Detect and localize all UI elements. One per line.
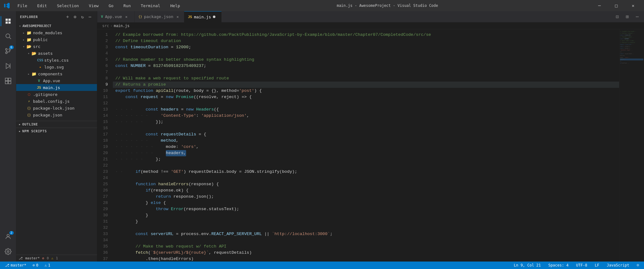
cursor-position[interactable]: Ln 9, Col 21 [512, 262, 542, 269]
menu-go[interactable]: Go [106, 2, 116, 9]
ln-37: 37 [97, 256, 110, 262]
tree-babel-config[interactable]: ⚡ babel.config.js [16, 98, 97, 105]
tab-close-app-vue[interactable]: ✕ [124, 14, 129, 19]
code-token: , [196, 144, 199, 150]
line-numbers: 1 2 3 4 5 6 7 8 9 10 11 12 13 14 15 16 1… [97, 29, 113, 262]
styles-css-label: styles.css [44, 58, 69, 63]
code-token: .then(handleErrors) [115, 256, 194, 262]
code-line-2: // Define timeout duration [113, 38, 619, 44]
tree-components[interactable]: ▸ 📁 components [16, 70, 97, 77]
css-file-icon: CSS [37, 58, 43, 62]
project-root[interactable]: ▾ AWESOMEPROJECT [16, 22, 97, 29]
code-line-3: const timeoutDuration = 12000; [113, 44, 619, 50]
tab-app-vue[interactable]: V App.vue ✕ [97, 11, 135, 22]
split-editor-button[interactable]: ⊡ [613, 12, 622, 21]
tree-logo-svg[interactable]: ✦ logo.svg [16, 64, 97, 70]
errors-status[interactable]: ⊘ 0 [31, 262, 40, 269]
menu-help[interactable]: Help [168, 2, 182, 9]
ln-19: 19 [97, 144, 110, 150]
code-line-1: // Example borrowed from: https://github… [113, 32, 619, 38]
tab-package-json[interactable]: {} package.json ✕ [135, 11, 184, 22]
more-actions-button[interactable]: ⋯ [633, 12, 642, 21]
code-token: handleErrors [158, 181, 189, 187]
code-token: function [133, 88, 153, 94]
logo-svg-label: logo.svg [44, 65, 64, 69]
status-bar: ⎇ master* ⊘ 0 ⚠ 1 Ln 9, Col 21 Spaces: 4… [0, 262, 644, 269]
feedback-icon[interactable]: ☺ [636, 262, 640, 269]
ln-20: 20 [97, 150, 110, 156]
encoding[interactable]: UTF-8 [575, 262, 589, 269]
breadcrumb-file[interactable]: main.js [114, 24, 130, 28]
ln-4: 4 [97, 50, 110, 57]
sidebar-warning-icon: ⚠ [51, 256, 54, 260]
sidebar-branch[interactable]: master* [25, 256, 40, 260]
code-token [194, 106, 196, 113]
code-token [115, 187, 146, 194]
maximize-button[interactable]: □ [609, 0, 623, 11]
tree-main-js[interactable]: JS main.js [16, 84, 97, 91]
line-ending[interactable]: LF [594, 262, 600, 269]
svg-point-0 [6, 34, 10, 38]
menu-view[interactable]: View [86, 2, 101, 9]
collapse-button[interactable]: ⋯ [87, 14, 93, 20]
code-token: (response) { [189, 181, 219, 187]
tree-src[interactable]: ▾ 📂 src [16, 43, 97, 50]
code-token: method [161, 138, 176, 144]
tree-public[interactable]: ▸ 📁 public [16, 36, 97, 43]
refresh-button[interactable]: ↻ [79, 14, 86, 20]
activity-explorer[interactable] [1, 14, 16, 29]
code-token: headers, [166, 150, 186, 156]
tree-styles-css[interactable]: CSS styles.css [16, 57, 97, 64]
ln-5: 5 [97, 57, 110, 63]
menu-file[interactable]: File [15, 2, 30, 9]
menu-terminal[interactable]: Terminal [138, 2, 163, 9]
menu-run[interactable]: Run [121, 2, 133, 9]
breadcrumb-src[interactable]: src [102, 24, 109, 28]
close-button[interactable]: ✕ [626, 0, 640, 11]
new-folder-button[interactable]: ⊕ [72, 14, 78, 20]
code-token: const [125, 94, 138, 100]
new-file-button[interactable]: + [65, 14, 71, 20]
tree-package-json[interactable]: {} package.json [16, 111, 97, 118]
activity-settings[interactable] [1, 244, 16, 259]
status-right: Ln 9, Col 21 Spaces: 4 UTF-8 LF JavaScri… [512, 262, 640, 269]
package-json-label: package.json [33, 113, 62, 117]
tree-app-vue[interactable]: V App.vue [16, 77, 97, 84]
warnings-status[interactable]: ⚠ 1 [43, 262, 51, 269]
activity-run[interactable] [1, 59, 16, 73]
tab-close-package-json[interactable]: ✕ [175, 14, 180, 19]
minimize-button[interactable]: ─ [592, 0, 607, 11]
tree-node-modules[interactable]: ▸ 📁 node_modules [16, 29, 97, 36]
code-line-37: .then(handleErrors) [113, 256, 619, 262]
code-token: ) { [254, 88, 262, 94]
activity-extensions[interactable] [1, 73, 16, 88]
tree-package-lock[interactable]: {} package-lock.json [16, 105, 97, 111]
activity-accounts[interactable]: 2 [1, 229, 16, 244]
git-branch-status[interactable]: ⎇ master* [4, 262, 28, 269]
activity-source-control[interactable]: 6 [1, 44, 16, 59]
code-token: · · · · [115, 131, 136, 138]
outline-header[interactable]: ▸ OUTLINE [16, 121, 97, 128]
code-token: // Define timeout duration [115, 38, 181, 44]
menu-selection[interactable]: Selection [55, 2, 81, 9]
code-container: 1 2 3 4 5 6 7 8 9 10 11 12 13 14 15 16 1… [97, 29, 644, 262]
ln-1: 1 [97, 32, 110, 38]
activity-search[interactable] [1, 29, 16, 44]
code-token [131, 88, 133, 94]
code-token [115, 206, 156, 212]
file-tree: ▾ AWESOMEPROJECT ▸ 📁 node_modules ▸ 📁 pu… [16, 22, 97, 255]
ln-24: 24 [97, 175, 110, 181]
tree-assets[interactable]: ▾ 📂 assets [16, 50, 97, 57]
code-editor[interactable]: // Example borrowed from: https://github… [113, 29, 619, 262]
svg-rect-9 [5, 81, 7, 84]
split-view-button[interactable]: ⊞ [623, 12, 632, 21]
npm-scripts-header[interactable]: ▸ NPM SCRIPTS [16, 128, 97, 134]
code-token: , requestDetails) [209, 250, 252, 256]
folder-open-icon: 📂 [26, 44, 32, 49]
tree-gitignore[interactable]: ⬡ .gitignore [16, 91, 97, 98]
language-mode[interactable]: JavaScript [606, 262, 631, 269]
outline-section: ▸ OUTLINE [16, 121, 97, 128]
tab-main-js[interactable]: JS main.js [184, 11, 222, 22]
indentation[interactable]: Spaces: 4 [547, 262, 570, 269]
menu-edit[interactable]: Edit [35, 2, 49, 9]
